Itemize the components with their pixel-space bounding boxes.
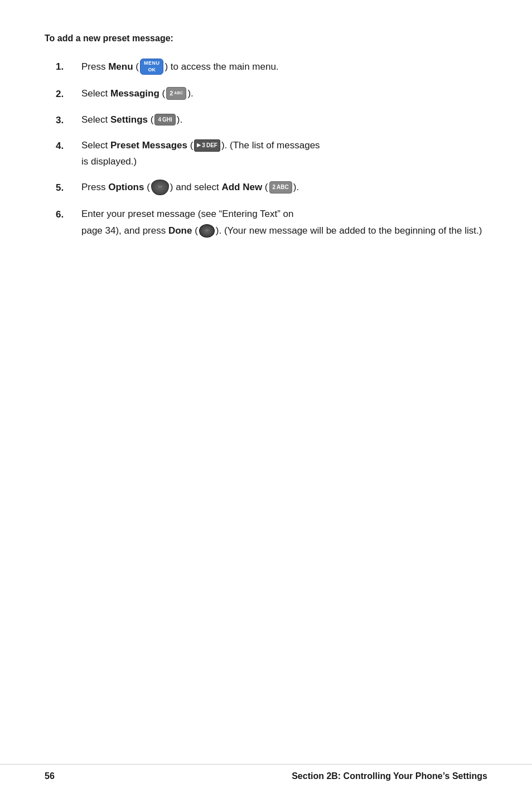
intro-text: To add a new preset message: [45, 33, 487, 43]
menu-icon: MENU OK [140, 59, 164, 75]
step-4-number: 4. [56, 138, 76, 153]
step-6-text: Enter your preset message (see “Entering… [81, 207, 487, 239]
steps-list: 1. Press Menu ( MENU OK ) to access the … [56, 59, 487, 239]
addnew-icon: 2ABC [269, 181, 292, 194]
step-4-text: Select Preset Messages ( ▶3DEF ). (The l… [81, 138, 487, 169]
page-content: To add a new preset message: 1. Press Me… [0, 0, 532, 294]
done-icon [199, 224, 215, 238]
page-footer: 56 Section 2B: Controlling Your Phone’s … [0, 764, 532, 781]
preset-messages-icon: ▶3DEF [194, 139, 220, 152]
page-number: 56 [45, 771, 55, 781]
step-5: 5. Press Options ( ) and select Add New … [56, 180, 487, 196]
step-4: 4. Select Preset Messages ( ▶3DEF ). (Th… [56, 138, 487, 169]
settings-icon: 4GHI [154, 114, 175, 126]
step-6: 6. Enter your preset message (see “Enter… [56, 207, 487, 239]
step-3-text: Select Settings ( 4GHI ). [81, 113, 487, 127]
messaging-icon: 2ABC [166, 87, 186, 100]
options-icon [151, 180, 169, 195]
step-1: 1. Press Menu ( MENU OK ) to access the … [56, 59, 487, 75]
step-3: 3. Select Settings ( 4GHI ). [56, 113, 487, 128]
step-3-number: 3. [56, 113, 76, 128]
step-2-number: 2. [56, 86, 76, 101]
step-2: 2. Select Messaging ( 2ABC ). [56, 86, 487, 101]
step-1-number: 1. [56, 59, 76, 74]
step-5-number: 5. [56, 180, 76, 195]
section-title: Section 2B: Controlling Your Phone’s Set… [292, 771, 487, 781]
step-1-text: Press Menu ( MENU OK ) to access the mai… [81, 59, 487, 75]
step-5-text: Press Options ( ) and select Add New ( 2… [81, 180, 487, 196]
step-6-number: 6. [56, 207, 76, 222]
step-2-text: Select Messaging ( 2ABC ). [81, 86, 487, 101]
